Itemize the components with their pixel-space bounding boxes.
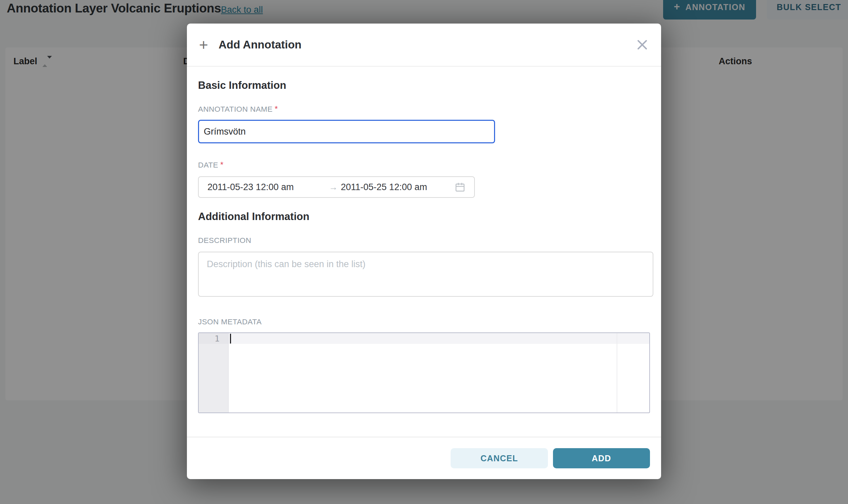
additional-information-heading: Additional Information	[198, 211, 310, 223]
description-label: DESCRIPTION	[198, 236, 251, 245]
modal-header: + Add Annotation	[187, 23, 661, 67]
editor-active-line	[229, 333, 649, 344]
date-range-picker[interactable]: 2011-05-23 12:00 am → 2011-05-25 12:00 a…	[198, 176, 475, 198]
text-cursor	[230, 334, 231, 343]
calendar-icon	[455, 182, 465, 193]
date-label: DATE*	[198, 160, 224, 169]
date-end-value[interactable]: 2011-05-25 12:00 am	[341, 182, 455, 193]
date-start-value[interactable]: 2011-05-23 12:00 am	[207, 182, 326, 193]
json-metadata-label: JSON METADATA	[198, 318, 262, 326]
print-margin-line	[617, 333, 617, 413]
annotation-name-input[interactable]	[198, 120, 495, 143]
annotation-name-label: ANNOTATION NAME*	[198, 104, 278, 114]
range-arrow-icon: →	[326, 182, 341, 193]
required-marker: *	[275, 104, 278, 113]
required-marker: *	[220, 160, 224, 169]
json-metadata-editor[interactable]: 1	[198, 332, 650, 413]
line-number: 1	[199, 334, 228, 343]
modal-title: Add Annotation	[219, 23, 301, 66]
basic-information-heading: Basic Information	[198, 79, 286, 91]
cancel-button[interactable]: CANCEL	[451, 448, 548, 468]
description-textarea[interactable]	[198, 252, 653, 297]
close-icon[interactable]	[636, 39, 648, 51]
add-annotation-modal: + Add Annotation Basic Information ANNOT…	[187, 23, 661, 479]
footer-divider	[187, 437, 661, 437]
plus-icon: +	[199, 23, 208, 66]
add-button[interactable]: ADD	[553, 448, 650, 468]
editor-gutter: 1	[199, 333, 229, 413]
